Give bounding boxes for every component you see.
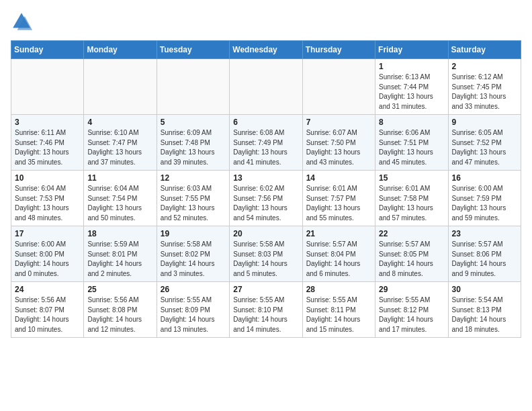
day-number: 17: [15, 229, 80, 238]
day-info: Sunrise: 6:08 AM Sunset: 7:49 PM Dayligh…: [233, 128, 298, 167]
day-info: Sunrise: 5:55 AM Sunset: 8:11 PM Dayligh…: [306, 295, 371, 334]
day-info: Sunrise: 5:56 AM Sunset: 8:08 PM Dayligh…: [87, 295, 152, 334]
day-info: Sunrise: 6:11 AM Sunset: 7:46 PM Dayligh…: [15, 128, 80, 167]
day-info: Sunrise: 6:13 AM Sunset: 7:44 PM Dayligh…: [379, 73, 444, 111]
day-info: Sunrise: 6:04 AM Sunset: 7:53 PM Dayligh…: [15, 184, 80, 223]
day-info: Sunrise: 6:05 AM Sunset: 7:52 PM Dayligh…: [452, 128, 517, 167]
page-header: [11, 11, 521, 32]
day-info: Sunrise: 5:54 AM Sunset: 8:13 PM Dayligh…: [452, 295, 517, 334]
day-number: 24: [15, 285, 80, 294]
calendar-cell: 7Sunrise: 6:07 AM Sunset: 7:50 PM Daylig…: [302, 115, 375, 171]
weekday-header-friday: Friday: [375, 41, 448, 59]
calendar-cell: 26Sunrise: 5:55 AM Sunset: 8:09 PM Dayli…: [157, 282, 229, 338]
calendar-cell: 25Sunrise: 5:56 AM Sunset: 8:08 PM Dayli…: [84, 282, 157, 338]
calendar-cell: 13Sunrise: 6:02 AM Sunset: 7:56 PM Dayli…: [230, 171, 302, 226]
calendar-cell: 6Sunrise: 6:08 AM Sunset: 7:49 PM Daylig…: [230, 115, 302, 171]
day-info: Sunrise: 6:01 AM Sunset: 7:58 PM Dayligh…: [379, 184, 444, 223]
day-number: 27: [233, 285, 298, 294]
day-info: Sunrise: 5:55 AM Sunset: 8:09 PM Dayligh…: [161, 295, 226, 334]
calendar-cell: 16Sunrise: 6:00 AM Sunset: 7:59 PM Dayli…: [448, 171, 521, 226]
day-number: 23: [452, 229, 517, 238]
day-info: Sunrise: 5:55 AM Sunset: 8:12 PM Dayligh…: [379, 295, 444, 334]
calendar-table: SundayMondayTuesdayWednesdayThursdayFrid…: [11, 40, 521, 338]
day-info: Sunrise: 6:02 AM Sunset: 7:56 PM Dayligh…: [233, 184, 298, 223]
day-number: 11: [87, 173, 152, 183]
calendar-cell: 11Sunrise: 6:04 AM Sunset: 7:54 PM Dayli…: [84, 171, 157, 226]
day-number: 5: [161, 118, 226, 127]
day-info: Sunrise: 6:04 AM Sunset: 7:54 PM Dayligh…: [87, 184, 152, 223]
calendar-cell: 29Sunrise: 5:55 AM Sunset: 8:12 PM Dayli…: [375, 282, 448, 338]
calendar-cell: 2Sunrise: 6:12 AM Sunset: 7:45 PM Daylig…: [448, 59, 521, 115]
calendar-cell: [84, 59, 157, 115]
calendar-cell: 8Sunrise: 6:06 AM Sunset: 7:51 PM Daylig…: [375, 115, 448, 171]
logo: [11, 11, 36, 32]
day-number: 20: [233, 229, 298, 238]
day-number: 19: [161, 229, 226, 238]
calendar-cell: 3Sunrise: 6:11 AM Sunset: 7:46 PM Daylig…: [11, 115, 84, 171]
weekday-header-monday: Monday: [84, 41, 157, 59]
calendar-cell: 4Sunrise: 6:10 AM Sunset: 7:47 PM Daylig…: [84, 115, 157, 171]
day-info: Sunrise: 6:01 AM Sunset: 7:57 PM Dayligh…: [306, 184, 371, 223]
day-number: 29: [379, 285, 444, 294]
day-info: Sunrise: 5:57 AM Sunset: 8:06 PM Dayligh…: [452, 240, 517, 279]
day-number: 30: [452, 285, 517, 294]
day-number: 7: [306, 118, 371, 127]
calendar-cell: 23Sunrise: 5:57 AM Sunset: 8:06 PM Dayli…: [448, 226, 521, 282]
day-number: 1: [379, 62, 444, 71]
day-info: Sunrise: 5:57 AM Sunset: 8:05 PM Dayligh…: [379, 240, 444, 279]
day-info: Sunrise: 6:03 AM Sunset: 7:55 PM Dayligh…: [161, 184, 226, 223]
day-number: 13: [233, 173, 298, 183]
day-info: Sunrise: 6:09 AM Sunset: 7:48 PM Dayligh…: [161, 128, 226, 167]
day-number: 12: [161, 173, 226, 183]
calendar-cell: [11, 59, 84, 115]
calendar-cell: [230, 59, 302, 115]
weekday-header-thursday: Thursday: [302, 41, 375, 59]
calendar-cell: [157, 59, 229, 115]
day-number: 6: [233, 118, 298, 127]
day-number: 2: [452, 62, 517, 71]
day-info: Sunrise: 5:59 AM Sunset: 8:01 PM Dayligh…: [87, 240, 152, 279]
calendar-cell: 28Sunrise: 5:55 AM Sunset: 8:11 PM Dayli…: [302, 282, 375, 338]
calendar-cell: 10Sunrise: 6:04 AM Sunset: 7:53 PM Dayli…: [11, 171, 84, 226]
day-number: 28: [306, 285, 371, 294]
calendar-cell: 14Sunrise: 6:01 AM Sunset: 7:57 PM Dayli…: [302, 171, 375, 226]
day-number: 9: [452, 118, 517, 127]
weekday-header-saturday: Saturday: [448, 41, 521, 59]
calendar-cell: 1Sunrise: 6:13 AM Sunset: 7:44 PM Daylig…: [375, 59, 448, 115]
day-number: 3: [15, 118, 80, 127]
day-info: Sunrise: 5:56 AM Sunset: 8:07 PM Dayligh…: [15, 295, 80, 334]
calendar-cell: 21Sunrise: 5:57 AM Sunset: 8:04 PM Dayli…: [302, 226, 375, 282]
day-info: Sunrise: 6:10 AM Sunset: 7:47 PM Dayligh…: [87, 128, 152, 167]
calendar-cell: 17Sunrise: 6:00 AM Sunset: 8:00 PM Dayli…: [11, 226, 84, 282]
day-number: 4: [87, 118, 152, 127]
calendar-cell: [302, 59, 375, 115]
calendar-cell: 15Sunrise: 6:01 AM Sunset: 7:58 PM Dayli…: [375, 171, 448, 226]
day-info: Sunrise: 6:06 AM Sunset: 7:51 PM Dayligh…: [379, 128, 444, 167]
calendar-cell: 30Sunrise: 5:54 AM Sunset: 8:13 PM Dayli…: [448, 282, 521, 338]
weekday-header-wednesday: Wednesday: [230, 41, 302, 59]
day-number: 10: [15, 173, 80, 183]
day-info: Sunrise: 5:58 AM Sunset: 8:03 PM Dayligh…: [233, 240, 298, 279]
day-number: 25: [87, 285, 152, 294]
calendar-cell: 24Sunrise: 5:56 AM Sunset: 8:07 PM Dayli…: [11, 282, 84, 338]
day-info: Sunrise: 5:57 AM Sunset: 8:04 PM Dayligh…: [306, 240, 371, 279]
calendar-cell: 20Sunrise: 5:58 AM Sunset: 8:03 PM Dayli…: [230, 226, 302, 282]
calendar-cell: 5Sunrise: 6:09 AM Sunset: 7:48 PM Daylig…: [157, 115, 229, 171]
day-number: 15: [379, 173, 444, 183]
day-info: Sunrise: 6:12 AM Sunset: 7:45 PM Dayligh…: [452, 73, 517, 111]
day-info: Sunrise: 5:58 AM Sunset: 8:02 PM Dayligh…: [161, 240, 226, 279]
weekday-header-sunday: Sunday: [11, 41, 84, 59]
day-info: Sunrise: 6:00 AM Sunset: 7:59 PM Dayligh…: [452, 184, 517, 223]
calendar-cell: 22Sunrise: 5:57 AM Sunset: 8:05 PM Dayli…: [375, 226, 448, 282]
day-number: 8: [379, 118, 444, 127]
logo-icon: [11, 11, 32, 32]
calendar-cell: 12Sunrise: 6:03 AM Sunset: 7:55 PM Dayli…: [157, 171, 229, 226]
calendar-cell: 9Sunrise: 6:05 AM Sunset: 7:52 PM Daylig…: [448, 115, 521, 171]
day-number: 26: [161, 285, 226, 294]
day-info: Sunrise: 6:07 AM Sunset: 7:50 PM Dayligh…: [306, 128, 371, 167]
day-number: 22: [379, 229, 444, 238]
weekday-header-tuesday: Tuesday: [157, 41, 229, 59]
calendar-cell: 27Sunrise: 5:55 AM Sunset: 8:10 PM Dayli…: [230, 282, 302, 338]
day-info: Sunrise: 6:00 AM Sunset: 8:00 PM Dayligh…: [15, 240, 80, 279]
calendar-cell: 18Sunrise: 5:59 AM Sunset: 8:01 PM Dayli…: [84, 226, 157, 282]
